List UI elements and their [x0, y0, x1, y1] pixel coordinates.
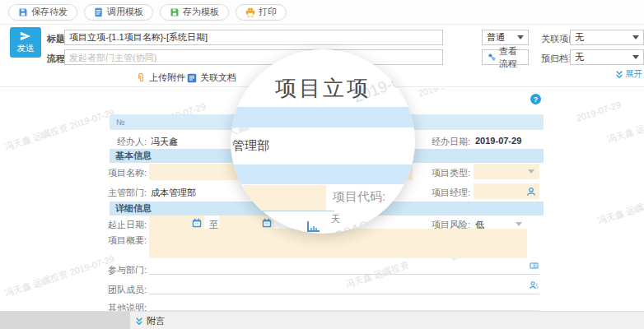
- magnified-section-bar: [231, 164, 415, 184]
- prearchive-value: 无: [575, 51, 584, 63]
- date-range-label: 起止日期:: [107, 219, 147, 231]
- watermark: 冯天鑫 远瞩投资: [606, 114, 644, 146]
- print-label: 打印: [259, 6, 277, 18]
- form-number-label: №: [116, 118, 125, 127]
- upload-attachment-label: 上传附件: [149, 72, 185, 84]
- use-template-label: 调用模板: [107, 6, 143, 18]
- team-members-label: 团队成员:: [107, 284, 147, 296]
- postscript-toggle[interactable]: 附言: [135, 315, 165, 327]
- document-icon: [187, 73, 197, 83]
- chevron-down-icon: [528, 169, 534, 174]
- participating-depts-input[interactable]: [149, 261, 539, 275]
- people-icon[interactable]: [529, 280, 539, 290]
- other-notes-label: 其他说明:: [107, 302, 147, 311]
- footer-bar: 附言: [0, 311, 644, 329]
- magnified-code-label: 项目代码:: [333, 189, 385, 205]
- related-project-value: 无: [575, 31, 584, 44]
- save-template-label: 存为模板: [183, 6, 219, 18]
- magnified-days-text: 天: [331, 213, 340, 225]
- watermark: 2019-07-29: [575, 100, 622, 123]
- participating-depts-label: 参与部门:: [107, 264, 147, 276]
- priority-value: 普通: [487, 31, 505, 44]
- project-type-label: 项目类型:: [429, 167, 470, 179]
- summary-textarea[interactable]: [149, 229, 527, 258]
- double-chevron-down-icon: [135, 317, 143, 326]
- person-icon[interactable]: [526, 187, 536, 197]
- footer-left-block: [0, 312, 130, 329]
- handler-label: 经办人:: [107, 136, 147, 148]
- ruler-icon: [306, 220, 321, 233]
- template-doc-icon: [94, 7, 104, 17]
- chevron-down-icon: [517, 35, 524, 39]
- upload-attachment-link[interactable]: 上传附件: [136, 72, 185, 84]
- handle-date-label: 经办日期:: [429, 136, 470, 148]
- link-document-link[interactable]: 关联文档: [187, 72, 236, 84]
- project-manager-input[interactable]: [474, 183, 539, 199]
- flow-input[interactable]: [64, 49, 443, 65]
- expand-label: 展开: [625, 68, 642, 80]
- calendar-icon[interactable]: [192, 218, 202, 228]
- double-chevron-down-icon: [615, 70, 623, 79]
- link-document-label: 关联文档: [200, 72, 236, 84]
- paperclip-icon: [136, 72, 146, 83]
- save-template-button[interactable]: 存为模板: [160, 4, 229, 21]
- prearchive-select[interactable]: 无: [570, 49, 644, 65]
- flow-icon: [488, 53, 497, 62]
- chevron-down-icon: [632, 35, 639, 39]
- floppy-green-icon: [170, 7, 180, 17]
- section-basic-label: 基本信息: [115, 150, 152, 162]
- watermark: 冯天鑫 远瞩投资: [596, 196, 644, 228]
- magnified-number-bar: [231, 107, 415, 127]
- chevron-down-icon: [632, 55, 639, 59]
- other-notes-input[interactable]: [149, 299, 539, 311]
- charge-dept-label: 主管部门:: [107, 187, 147, 199]
- section-detail-label: 详细信息: [115, 202, 152, 215]
- expand-link[interactable]: 展开: [615, 68, 642, 80]
- related-project-select[interactable]: 无: [570, 30, 644, 45]
- send-button[interactable]: 发送: [10, 27, 41, 58]
- paper-plane-icon: [19, 30, 32, 42]
- send-label: 发送: [17, 43, 35, 54]
- priority-select[interactable]: 普通: [482, 30, 529, 45]
- project-name-label: 项目名称:: [107, 167, 147, 179]
- print-button[interactable]: 打印: [236, 4, 287, 21]
- help-icon[interactable]: ?: [530, 94, 541, 104]
- watermark: 2019-07-29: [417, 88, 464, 99]
- save-draft-label: 保存待发: [31, 6, 68, 18]
- summary-label: 项目概要:: [107, 234, 147, 247]
- project-type-select[interactable]: [474, 164, 539, 179]
- save-draft-button[interactable]: 保存待发: [8, 4, 77, 21]
- team-members-input[interactable]: [149, 280, 539, 294]
- magnifier-circle: 2019-07-2 天鑫 项目立项 管理部 项目代码: 天 2019-07: [231, 49, 415, 234]
- view-flow-button[interactable]: 查看流程: [482, 49, 529, 65]
- watermark: 冯天鑫 远瞩投资 2019-07-29: [3, 253, 116, 299]
- chevron-down-icon: [516, 222, 522, 226]
- handle-date-value: 2019-07-29: [475, 136, 521, 146]
- floppy-icon: [18, 7, 28, 17]
- project-manager-label: 项目经理:: [429, 187, 470, 199]
- magnified-dept-text: 管理部: [232, 138, 269, 154]
- printer-icon: [245, 7, 255, 17]
- postscript-label: 附言: [147, 315, 165, 327]
- org-card-icon[interactable]: [529, 261, 539, 271]
- handler-value: 冯天鑫: [151, 136, 178, 148]
- use-template-button[interactable]: 调用模板: [84, 4, 153, 21]
- charge-dept-value: 成本管理部: [151, 187, 196, 199]
- watermark: 冯天鑫 远瞩投资 2019-07-29: [3, 106, 116, 153]
- title-input[interactable]: [64, 30, 443, 45]
- view-flow-label: 查看流程: [499, 45, 523, 70]
- toolbar: 保存待发 调用模板 存为模板 打印: [0, 0, 644, 25]
- magnified-form-title: 项目立项: [231, 74, 415, 103]
- calendar-icon[interactable]: [262, 218, 272, 228]
